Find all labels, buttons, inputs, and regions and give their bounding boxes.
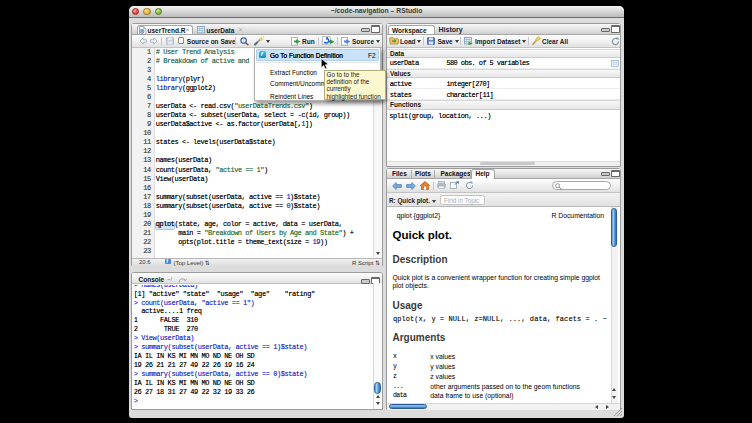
svg-text:R: R <box>141 30 144 34</box>
